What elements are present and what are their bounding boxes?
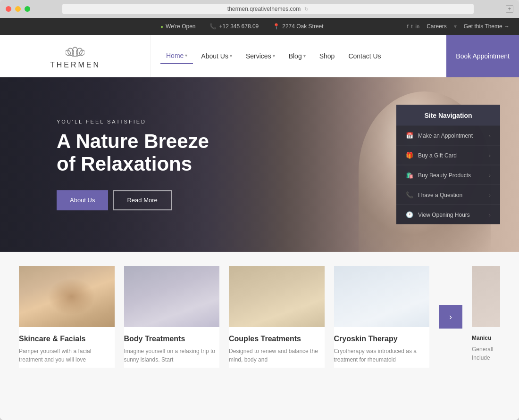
services-grid: Skincare & Facials Pamper yourself with … — [19, 266, 500, 368]
careers-link[interactable]: Careers — [427, 23, 447, 30]
hero-buttons: About Us Read More — [57, 190, 209, 210]
browser-close-dot[interactable] — [6, 6, 11, 12]
phone-item: 📞 +12 345 678.09 — [209, 23, 259, 30]
browser-maximize-dot[interactable] — [25, 6, 30, 12]
beauty-icon: 🛍️ — [406, 172, 413, 179]
couples-name: Couples Treatments — [229, 335, 325, 343]
services-next-button[interactable]: › — [439, 305, 462, 329]
site-nav-opening-hours[interactable]: 🕐 View Opening Hours › — [396, 205, 500, 224]
logo-area: THERMEN — [0, 35, 151, 77]
nav-item-contact[interactable]: Contact Us — [343, 49, 386, 64]
hero-subtitle: YOU'LL FEEL SATISFIED — [57, 119, 209, 124]
svg-point-1 — [67, 47, 75, 56]
body-info: Body Treatments Imagine yourself on a re… — [124, 327, 220, 368]
site-header: THERMEN Home ▾ About Us ▾ Services ▾ Blo… — [0, 35, 519, 77]
browser-minimize-dot[interactable] — [15, 6, 21, 12]
logo-text: THERMEN — [50, 61, 100, 69]
site-nav-question[interactable]: 📞 I have a Question › — [396, 185, 500, 205]
about-us-button[interactable]: About Us — [57, 190, 108, 210]
service-card-partial-mani: Manicu Generall Include — [472, 266, 500, 368]
skincare-info: Skincare & Facials Pamper yourself with … — [19, 327, 115, 368]
logo[interactable]: THERMEN — [50, 42, 100, 69]
couples-image — [229, 266, 325, 327]
social-icons: f t in — [407, 24, 419, 29]
book-appointment-button[interactable]: Book Appointment — [446, 35, 519, 77]
appointment-icon: 📅 — [406, 132, 413, 139]
nav-item-blog[interactable]: Blog ▾ — [283, 49, 311, 64]
get-theme-link[interactable]: Get this Theme → — [464, 23, 510, 30]
facebook-icon[interactable]: f — [407, 24, 408, 29]
nav-item-services[interactable]: Services ▾ — [240, 49, 281, 64]
mani-info: Manicu Generall Include — [472, 327, 500, 366]
cryo-image — [334, 266, 430, 327]
next-arrow-icon: › — [449, 312, 452, 322]
browser-content: ● We're Open 📞 +12 345 678.09 📍 2274 Oak… — [0, 18, 519, 420]
gift-icon: 🎁 — [406, 152, 413, 159]
appointment-chevron: › — [489, 132, 491, 138]
location-icon: 📍 — [273, 23, 280, 30]
body-image — [124, 266, 220, 327]
service-card-cryo[interactable]: Cryoskin Therapy Cryotherapy was introdu… — [334, 266, 430, 368]
cryo-name: Cryoskin Therapy — [334, 335, 430, 343]
address-item: 📍 2274 Oak Street — [273, 23, 323, 30]
couples-desc: Designed to renew and balance the mind, … — [229, 347, 325, 364]
gift-chevron: › — [489, 152, 491, 158]
hero-title: A Nature Breeze of Relaxations — [57, 130, 209, 176]
twitter-icon[interactable]: t — [411, 24, 413, 29]
service-card-skincare[interactable]: Skincare & Facials Pamper yourself with … — [19, 266, 115, 368]
site-nav-title: Site Navigation — [396, 105, 500, 126]
skincare-name: Skincare & Facials — [19, 335, 115, 343]
nav-item-shop[interactable]: Shop — [314, 49, 341, 64]
top-bar: ● We're Open 📞 +12 345 678.09 📍 2274 Oak… — [0, 18, 519, 35]
blog-nav-arrow: ▾ — [303, 53, 306, 58]
skincare-image — [19, 266, 115, 327]
site-nav-gift-card[interactable]: 🎁 Buy a Gift Card › — [396, 146, 500, 165]
browser-titlebar: thermen.qreativethemes.com ↻ + — [0, 0, 519, 18]
top-bar-right: f t in Careers ▾ Get this Theme → — [407, 23, 510, 30]
browser-window: thermen.qreativethemes.com ↻ + ● We're O… — [0, 0, 519, 420]
couples-info: Couples Treatments Designed to renew and… — [229, 327, 325, 368]
browser-refresh-icon[interactable]: ↻ — [304, 6, 309, 12]
site-nav-appointment[interactable]: 📅 Make an Appointment › — [396, 126, 500, 146]
nav-item-home[interactable]: Home ▾ — [160, 48, 193, 64]
home-nav-arrow: ▾ — [185, 53, 187, 58]
read-more-button[interactable]: Read More — [113, 190, 171, 210]
about-nav-arrow: ▾ — [230, 53, 232, 58]
body-desc: Imagine yourself on a relaxing trip to s… — [124, 347, 220, 364]
svg-point-2 — [75, 47, 84, 56]
hours-chevron: › — [489, 212, 491, 217]
services-nav-arrow: ▾ — [273, 53, 275, 58]
question-icon: 📞 — [406, 191, 413, 198]
hero-section: YOU'LL FEEL SATISFIED A Nature Breeze of… — [0, 77, 519, 252]
beauty-chevron: › — [489, 172, 491, 178]
mani-name: Manicu — [472, 335, 500, 341]
browser-new-tab-button[interactable]: + — [506, 5, 513, 13]
service-card-body[interactable]: Body Treatments Imagine yourself on a re… — [124, 266, 220, 368]
service-card-couples[interactable]: Couples Treatments Designed to renew and… — [229, 266, 325, 368]
body-name: Body Treatments — [124, 335, 220, 343]
skincare-desc: Pamper yourself with a facial treatment … — [19, 347, 115, 364]
nav-item-about[interactable]: About Us ▾ — [195, 49, 238, 64]
cryo-info: Cryoskin Therapy Cryotherapy was introdu… — [334, 327, 430, 368]
open-status: ● We're Open — [160, 23, 195, 30]
open-status-icon: ● — [160, 24, 163, 29]
cryo-desc: Cryotherapy was introduced as a treatmen… — [334, 347, 430, 364]
hero-content: YOU'LL FEEL SATISFIED A Nature Breeze of… — [57, 119, 209, 210]
browser-address-bar[interactable]: thermen.qreativethemes.com ↻ — [62, 4, 474, 14]
main-nav: Home ▾ About Us ▾ Services ▾ Blog ▾ Shop — [151, 48, 446, 64]
site-nav-beauty-products[interactable]: 🛍️ Buy Beauty Products › — [396, 165, 500, 185]
mani-desc: Generall Include — [472, 345, 500, 362]
logo-icon — [66, 42, 84, 59]
linkedin-icon[interactable]: in — [416, 24, 420, 29]
services-section: Skincare & Facials Pamper yourself with … — [0, 252, 519, 420]
clock-icon: 🕐 — [406, 211, 413, 218]
phone-icon: 📞 — [209, 23, 217, 30]
question-chevron: › — [489, 192, 491, 198]
site-navigation-panel: Site Navigation 📅 Make an Appointment › … — [396, 105, 500, 224]
